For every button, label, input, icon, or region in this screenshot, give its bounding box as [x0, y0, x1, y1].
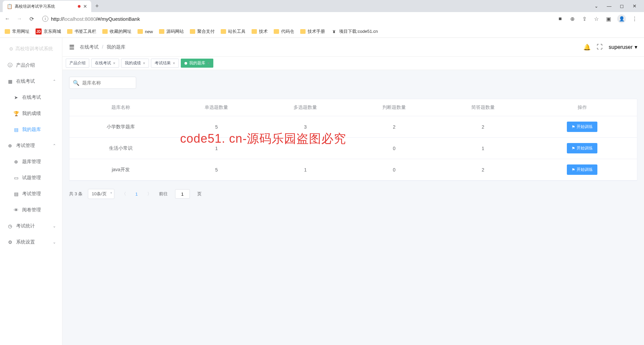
page-tabs: 产品介绍在线考试×我的成绩×考试结果×我的题库×: [62, 57, 644, 70]
sidebar-item[interactable]: ⓘ产品介绍: [0, 57, 62, 73]
sidebar-subitem[interactable]: ▤考试管理: [0, 186, 62, 202]
yen-icon: ¥: [331, 28, 337, 34]
tab-close-icon[interactable]: ×: [207, 61, 210, 66]
breadcrumb-item[interactable]: 在线考试: [80, 44, 99, 50]
content-area: 🔍 题库名称单选题数量多选题数量判断题数量简答题数量操作 小学数学题库5322⚑…: [62, 70, 644, 206]
page-tab[interactable]: 我的成绩×: [121, 59, 149, 68]
table-cell: 小学数学题库: [69, 116, 172, 138]
page-tab[interactable]: 在线考试×: [91, 59, 119, 68]
page-tab-label: 产品介绍: [69, 60, 86, 66]
sidebar-item-icon: 🏆: [13, 111, 19, 116]
site-info-icon[interactable]: i: [42, 16, 48, 22]
sidebar-item[interactable]: ◷考试统计⌄: [0, 218, 62, 234]
breadcrumb-separator: /: [102, 44, 103, 50]
bookmark-label: 常用网址: [12, 28, 30, 34]
browser-tab[interactable]: 📋 高校培训考试学习系统 ✕: [3, 1, 91, 12]
tab-close-icon[interactable]: ✕: [83, 4, 87, 9]
search-input[interactable]: [82, 80, 141, 85]
sidebar-toggle-icon[interactable]: ☰: [69, 44, 74, 51]
camera-icon[interactable]: ■: [557, 15, 564, 22]
sidebar-subitem[interactable]: 👁阅卷管理: [0, 202, 62, 218]
bookmark-item[interactable]: 源码网站: [159, 28, 184, 34]
table-row: java开发5102⚑开始训练: [69, 159, 637, 181]
bookmark-item[interactable]: 技术手册: [300, 28, 325, 34]
sidebar-subitem[interactable]: ▭试题管理: [0, 170, 62, 186]
bookmark-label: new: [145, 29, 153, 34]
fullscreen-icon[interactable]: ⛶: [597, 44, 603, 51]
bookmark-item[interactable]: 聚合支付: [190, 28, 215, 34]
start-training-button[interactable]: ⚑开始训练: [567, 164, 597, 175]
table-cell: 1: [172, 138, 261, 159]
question-bank-table: 题库名称单选题数量多选题数量判断题数量简答题数量操作 小学数学题库5322⚑开始…: [69, 99, 637, 181]
sidebar-item-icon: ◷: [7, 223, 13, 229]
sidebar-item-icon: ⊕: [13, 159, 19, 164]
chevron-icon: ⌃: [53, 79, 56, 84]
menu-icon[interactable]: ⋮: [631, 15, 638, 22]
start-training-button[interactable]: ⚑开始训练: [567, 122, 597, 132]
user-menu[interactable]: superuser ▾: [609, 44, 637, 50]
zoom-icon[interactable]: ⊕: [569, 15, 576, 22]
tab-close-icon[interactable]: ×: [173, 61, 175, 66]
nav-back-button[interactable]: ←: [3, 15, 11, 23]
bookmark-item[interactable]: 常用网址: [5, 28, 30, 34]
goto-label: 前往: [159, 191, 168, 197]
next-page-button[interactable]: 〉: [145, 191, 154, 197]
window-dropdown-icon[interactable]: ⌄: [593, 3, 600, 9]
tab-favicon: 📋: [7, 4, 12, 9]
sidebar-item-label: 我的题库: [22, 127, 41, 133]
sidebar-item[interactable]: ⚙系统设置⌄: [0, 234, 62, 250]
nav-forward-button[interactable]: →: [15, 15, 23, 23]
bookmark-item[interactable]: ¥项目下载:code51.cn: [331, 28, 378, 34]
table-header-cell: 多选题数量: [261, 99, 350, 116]
bookmark-item[interactable]: 技术: [252, 28, 268, 34]
table-cell: 2: [350, 116, 439, 138]
sidebar-item-label: 题库管理: [22, 159, 41, 165]
page-size-select[interactable]: 10条/页: [88, 189, 114, 199]
window-maximize-icon[interactable]: ◻: [619, 3, 625, 9]
bookmark-item[interactable]: JD京东商城: [36, 28, 61, 34]
tab-close-icon[interactable]: ×: [143, 61, 145, 66]
page-tab[interactable]: 我的题库×: [181, 59, 213, 68]
window-minimize-icon[interactable]: —: [606, 3, 612, 9]
nav-reload-button[interactable]: ⟳: [28, 15, 36, 23]
bookmark-label: 聚合支付: [197, 28, 215, 34]
table-cell: java开发: [69, 159, 172, 181]
sidebar-item[interactable]: ▦在线考试⌃: [0, 73, 62, 89]
recording-indicator-icon: [78, 5, 80, 8]
sidebar-subitem[interactable]: ➤在线考试: [0, 89, 62, 106]
bookmark-item[interactable]: 收藏的网址: [102, 28, 131, 34]
bookmarks-bar: 常用网址JD京东商城书签工具栏收藏的网址new源码网站聚合支付站长工具技术代码仓…: [0, 25, 644, 38]
sidebar-subitem[interactable]: ▤我的题库: [0, 122, 62, 138]
window-controls: ⌄ — ◻ ✕: [593, 3, 644, 9]
bell-icon[interactable]: 🔔: [583, 44, 591, 51]
start-training-button[interactable]: ⚑开始训练: [567, 143, 597, 153]
url-input[interactable]: i http://localhost:8080/#/myQuestionBank: [40, 16, 553, 22]
prev-page-button[interactable]: 〈: [120, 191, 128, 197]
window-close-icon[interactable]: ✕: [631, 3, 638, 9]
goto-page-input[interactable]: [175, 189, 190, 199]
sidebar-subitem[interactable]: 🏆我的成绩: [0, 106, 62, 122]
bookmark-star-icon[interactable]: ☆: [593, 15, 600, 22]
sidebar-subitem[interactable]: ⊕题库管理: [0, 154, 62, 170]
page-number[interactable]: 1: [133, 192, 140, 197]
table-header-cell: 题库名称: [69, 99, 172, 116]
new-tab-button[interactable]: +: [91, 3, 103, 10]
bookmark-item[interactable]: new: [138, 29, 153, 34]
search-box[interactable]: 🔍: [69, 77, 136, 89]
sidebar-item-label: 在线考试: [22, 94, 41, 100]
username: superuser: [609, 44, 633, 50]
sidebar-item-label: 阅卷管理: [22, 207, 41, 213]
sidebar-item-icon: ⊕: [7, 143, 13, 148]
tab-close-icon[interactable]: ×: [113, 61, 115, 66]
bookmark-item[interactable]: 站长工具: [221, 28, 246, 34]
share-icon[interactable]: ⇪: [581, 15, 588, 22]
page-tab[interactable]: 产品介绍: [66, 59, 89, 68]
profile-avatar-icon[interactable]: 👤: [617, 14, 626, 23]
extensions-icon[interactable]: ▣: [605, 15, 612, 22]
page-tab[interactable]: 考试结果×: [151, 59, 179, 68]
goto-label-post: 页: [197, 191, 202, 197]
bookmark-item[interactable]: 代码仓: [274, 28, 294, 34]
bookmark-item[interactable]: 书签工具栏: [67, 28, 96, 34]
page-tab-label: 我的成绩: [125, 60, 141, 66]
sidebar-item[interactable]: ⊕考试管理⌃: [0, 138, 62, 154]
